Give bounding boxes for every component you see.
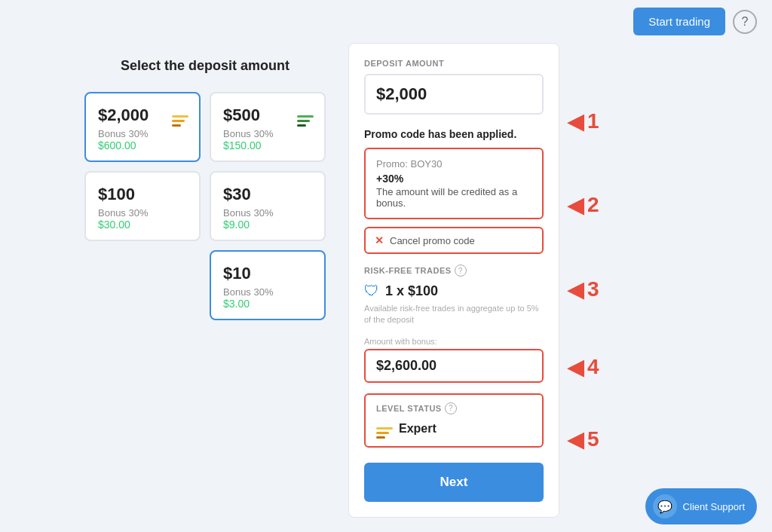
annotation-1: ◀ 1 <box>567 109 688 133</box>
shield-icon: 🛡 <box>364 283 379 300</box>
card-bonus-label: Bonus 30% <box>223 207 312 219</box>
deposit-card-30[interactable]: $30 Bonus 30% $9.00 <box>210 171 326 241</box>
annotation-3: ◀ 3 <box>567 277 688 301</box>
expert-label: Expert <box>399 422 437 436</box>
deposit-card-100[interactable]: $100 Bonus 30% $30.00 <box>84 171 201 241</box>
amount-with-bonus-label: Amount with bonus: <box>364 337 544 346</box>
client-support-button[interactable]: 💬 Client Support <box>645 488 757 524</box>
level-status-info-icon[interactable]: ? <box>445 402 457 414</box>
amount-with-bonus-input[interactable] <box>364 349 544 383</box>
cancel-x-icon: ✕ <box>375 234 384 246</box>
card-amount: $30 <box>223 185 312 204</box>
risk-free-label-row: RISK-FREE TRADES ? <box>364 264 544 277</box>
card-bonus-label: Bonus 30% <box>98 207 187 219</box>
promo-applied-text: Promo code has been applied. <box>364 128 544 140</box>
next-button[interactable]: Next <box>364 463 544 502</box>
risk-free-value-row: 🛡 1 x $100 <box>364 283 544 300</box>
card-bonus-label: Bonus 30% <box>223 286 312 298</box>
level-status-label: LEVEL STATUS <box>376 404 442 413</box>
question-mark-icon: ? <box>742 15 749 29</box>
expert-stack-icon <box>376 419 393 439</box>
risk-free-section: RISK-FREE TRADES ? 🛡 1 x $100 Available … <box>364 264 544 326</box>
level-status-box: LEVEL STATUS ? Expert <box>364 393 544 448</box>
risk-free-amount: 1 x $100 <box>385 283 438 299</box>
card-amount: $100 <box>98 185 187 204</box>
support-bubble-icon: 💬 <box>653 494 677 518</box>
card-bonus-value: $9.00 <box>223 219 312 231</box>
cancel-promo-button[interactable]: ✕ Cancel promo code <box>364 227 544 254</box>
annotation-5: ◀ 5 <box>567 427 688 451</box>
help-button[interactable]: ? <box>733 10 757 34</box>
client-support-label: Client Support <box>683 501 745 512</box>
main-container: Select the deposit amount $2,000 Bonus 3… <box>62 43 710 532</box>
stack-gold-icon <box>172 104 188 127</box>
start-trading-button[interactable]: Start trading <box>633 8 725 35</box>
risk-free-info-icon[interactable]: ? <box>455 264 467 277</box>
deposit-card-500[interactable]: $500 Bonus 30% $150.00 <box>210 92 326 162</box>
card-bonus-label: Bonus 30% <box>223 128 312 139</box>
card-bonus-value: $30.00 <box>98 219 187 231</box>
card-bonus-value: $3.00 <box>223 298 312 310</box>
stack-green-icon <box>297 104 314 127</box>
promo-box: Promo: BOY30 +30% The amount will be cre… <box>364 148 544 219</box>
panel-title: Select the deposit amount <box>84 58 326 74</box>
header: Start trading ? <box>0 0 772 43</box>
left-panel: Select the deposit amount $2,000 Bonus 3… <box>77 43 348 518</box>
deposit-card-10[interactable]: $10 Bonus 30% $3.00 <box>210 250 326 320</box>
risk-free-description: Available risk-free trades in aggregate … <box>364 303 544 326</box>
promo-percent: +30% <box>376 173 532 185</box>
right-panel: DEPOSIT AMOUNT Promo code has been appli… <box>348 43 559 518</box>
card-bonus-value: $600.00 <box>98 139 187 151</box>
promo-code-line: Promo: BOY30 <box>376 158 532 170</box>
cancel-promo-label: Cancel promo code <box>390 235 475 246</box>
deposit-amount-input[interactable] <box>364 74 544 115</box>
card-amount: $10 <box>223 264 312 283</box>
deposit-card-2000[interactable]: $2,000 Bonus 30% $600.00 <box>84 92 201 162</box>
annotation-4: ◀ 4 <box>567 355 688 379</box>
risk-free-label: RISK-FREE TRADES <box>364 266 452 275</box>
card-bonus-value: $150.00 <box>223 139 312 151</box>
deposit-amount-label: DEPOSIT AMOUNT <box>364 59 544 68</box>
level-status-value: Expert <box>376 419 532 439</box>
deposit-grid: $2,000 Bonus 30% $600.00 $500 Bonus 30% … <box>84 92 326 320</box>
annotation-2: ◀ 2 <box>567 193 688 217</box>
level-status-label-row: LEVEL STATUS ? <box>376 402 532 414</box>
card-bonus-label: Bonus 30% <box>98 128 187 139</box>
promo-description: The amount will be credited as a bonus. <box>376 186 532 209</box>
